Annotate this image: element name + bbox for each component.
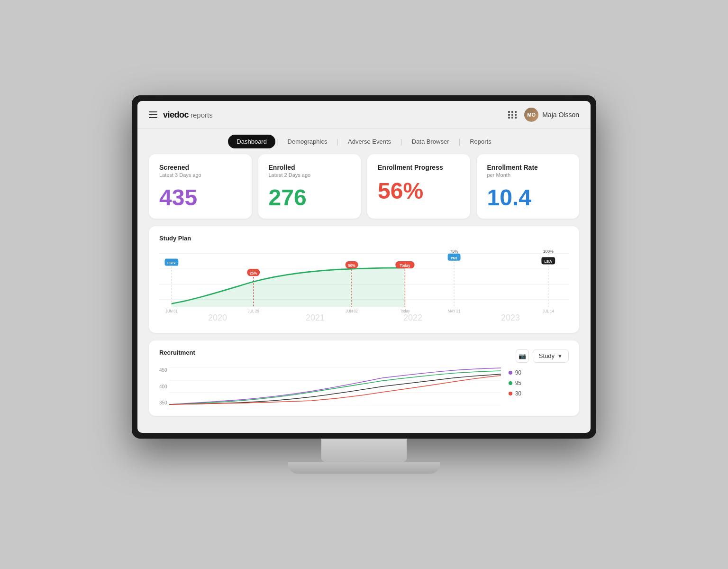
kpi-enrollment-rate: Enrollment Rate per Month 10.4	[477, 154, 580, 219]
recruitment-header: Recruitment 📷 Study ▼	[159, 349, 569, 363]
recruitment-legend: 90 95 30	[509, 367, 556, 407]
recruitment-svg-wrap	[169, 367, 501, 407]
study-plan-title: Study Plan	[159, 235, 569, 242]
sep-1: |	[276, 135, 278, 148]
y-label-450: 450	[159, 367, 167, 373]
legend-item-90: 90	[509, 369, 556, 376]
kpi-screened-subtitle: Latest 3 Days ago	[159, 172, 241, 178]
avatar: MO	[524, 108, 538, 122]
legend-label-90: 90	[515, 369, 521, 376]
svg-text:50%: 50%	[348, 263, 355, 268]
svg-text:JUN 01: JUN 01	[165, 309, 178, 313]
svg-text:JUN 02: JUN 02	[346, 309, 358, 313]
chevron-down-icon: ▼	[557, 353, 563, 359]
monitor-stand-top	[321, 439, 407, 462]
camera-button[interactable]: 📷	[516, 349, 529, 363]
kpi-row: Screened Latest 3 Days ago 435 Enrolled …	[149, 154, 579, 219]
tab-reports[interactable]: Reports	[461, 135, 500, 148]
brand-logo: viedoc reports	[163, 110, 213, 120]
recruitment-card: Recruitment 📷 Study ▼	[149, 340, 579, 416]
kpi-progress-title: Enrollment Progress	[378, 164, 460, 171]
kpi-screened-value: 435	[159, 186, 241, 209]
y-label-350: 350	[159, 400, 167, 405]
year-2022: 2022	[403, 313, 422, 323]
svg-text:FSFV: FSFV	[167, 261, 175, 265]
study-plan-svg: FSFV 25% 50% Today	[159, 248, 569, 315]
recruitment-title: Recruitment	[159, 349, 195, 356]
study-dropdown[interactable]: Study ▼	[533, 349, 569, 363]
kpi-rate-title: Enrollment Rate	[487, 164, 569, 171]
sep-2: |	[337, 135, 338, 148]
kpi-rate-value: 10.4	[487, 186, 569, 209]
tabbar: Dashboard | Demographics | Adverse Event…	[137, 129, 591, 154]
kpi-enrolled-subtitle: Latest 2 Days ago	[269, 172, 351, 178]
study-plan-chart: FSFV 25% 50% Today	[159, 248, 569, 324]
legend-item-30: 30	[509, 390, 556, 397]
grid-icon[interactable]	[508, 111, 517, 119]
topnav: viedoc reports MO	[137, 101, 591, 129]
y-axis: 450 400 350	[159, 367, 167, 405]
svg-text:JUL 29: JUL 29	[248, 309, 259, 313]
legend-dot-30	[509, 392, 512, 395]
kpi-screened-title: Screened	[159, 164, 241, 171]
kpi-enrollment-progress: Enrollment Progress 56%	[367, 154, 470, 219]
legend-label-95: 95	[515, 380, 521, 386]
year-2020: 2020	[208, 313, 227, 323]
kpi-progress-value: 56%	[378, 180, 460, 202]
svg-text:25%: 25%	[250, 271, 257, 276]
kpi-screened: Screened Latest 3 Days ago 435	[149, 154, 252, 219]
tab-dashboard[interactable]: Dashboard	[228, 135, 275, 148]
kpi-enrolled: Enrolled Latest 2 Days ago 276	[258, 154, 361, 219]
y-label-400: 400	[159, 384, 167, 389]
avatar-initials: MO	[527, 112, 536, 118]
rec-chart-inner: 450 400 350	[159, 367, 501, 407]
topnav-right: MO Maja Olsson	[508, 108, 579, 122]
tab-adverse-events[interactable]: Adverse Events	[339, 135, 400, 148]
svg-text:75%: 75%	[450, 248, 458, 254]
brand-name: viedoc	[163, 110, 189, 120]
legend-dot-90	[509, 371, 512, 375]
sep-4: |	[458, 135, 460, 148]
user-name: Maja Olsson	[542, 111, 579, 119]
tab-data-browser[interactable]: Data Browser	[403, 135, 458, 148]
svg-text:100%: 100%	[543, 248, 554, 254]
brand-subtitle: reports	[191, 111, 213, 119]
year-2023: 2023	[501, 313, 520, 323]
recruitment-chart-area: 450 400 350	[159, 367, 569, 407]
legend-item-95: 95	[509, 380, 556, 386]
monitor-stand-base	[288, 462, 440, 474]
kpi-enrolled-title: Enrolled	[269, 164, 351, 171]
tab-demographics[interactable]: Demographics	[279, 135, 336, 148]
recruitment-svg	[169, 367, 501, 405]
study-dropdown-label: Study	[539, 352, 555, 359]
svg-text:PM1: PM1	[451, 256, 457, 260]
user-avatar[interactable]: MO Maja Olsson	[524, 108, 579, 122]
kpi-enrolled-value: 276	[269, 186, 351, 209]
study-plan-card: Study Plan	[149, 226, 579, 333]
sep-3: |	[400, 135, 402, 148]
kpi-rate-subtitle: per Month	[487, 172, 569, 178]
main-content: Screened Latest 3 Days ago 435 Enrolled …	[137, 154, 591, 433]
svg-text:LSLV: LSLV	[544, 260, 552, 264]
legend-dot-95	[509, 381, 512, 385]
year-2021: 2021	[306, 313, 325, 323]
svg-text:JUL 14: JUL 14	[543, 309, 554, 313]
svg-text:Today: Today	[400, 263, 410, 268]
topnav-left: viedoc reports	[149, 110, 213, 120]
hamburger-menu[interactable]	[149, 111, 157, 118]
legend-label-30: 30	[515, 390, 521, 397]
svg-text:MAY 21: MAY 21	[448, 309, 461, 313]
